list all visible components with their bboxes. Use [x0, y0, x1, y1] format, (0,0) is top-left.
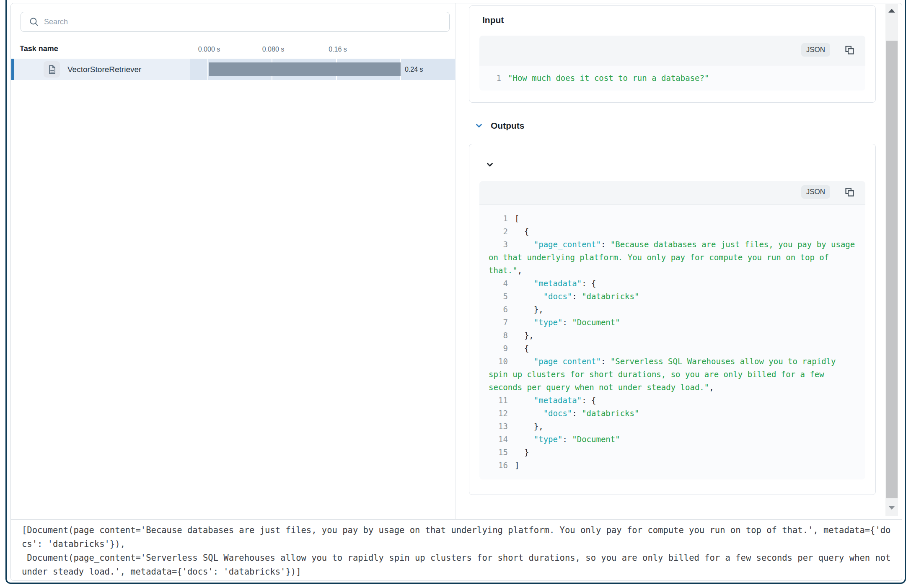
span-duration-bar: [209, 62, 401, 76]
json-format-toggle[interactable]: JSON: [801, 43, 830, 57]
copy-icon[interactable]: [844, 44, 855, 56]
scroll-down-arrow-icon[interactable]: [889, 506, 895, 510]
collapse-output-item-toggle[interactable]: [485, 160, 494, 169]
input-json-viewer: JSON 1"How much does it cost to run a da…: [479, 36, 865, 91]
input-card: Input JSON 1"How much does it cost to ru…: [469, 5, 876, 103]
trace-viewer: Task name 0.000 s 0.080 s 0.16 s 0.24 s: [10, 3, 902, 581]
task-name-column-header: Task name: [20, 44, 58, 53]
chevron-down-icon: [485, 160, 494, 169]
raw-output-text: [Document(page_content='Because database…: [22, 523, 891, 579]
document-icon: [47, 65, 57, 75]
timeline-tick-2: 0.16 s: [329, 46, 347, 53]
outputs-section-toggle[interactable]: Outputs: [474, 121, 524, 131]
scroll-up-arrow-icon[interactable]: [888, 9, 895, 13]
task-row-label: VectorStoreRetriever: [67, 59, 141, 80]
chevron-down-icon: [474, 121, 484, 130]
timeline-tick-0: 0.000 s: [198, 46, 220, 53]
json-format-toggle[interactable]: JSON: [801, 185, 830, 199]
span-detail-panel: Input JSON 1"How much does it cost to ru…: [456, 3, 902, 519]
outputs-section-title: Outputs: [491, 121, 524, 131]
retriever-icon-box: [44, 61, 60, 78]
raw-output-panel: [Document(page_content='Because database…: [11, 519, 902, 581]
outputs-json-viewer: JSON 1[2 {3 "page_content": "Because dat…: [479, 181, 865, 479]
gridline: [207, 59, 208, 80]
timeline-track: 0.24 s: [190, 59, 456, 80]
input-section-title: Input: [482, 15, 504, 25]
search-icon: [29, 17, 39, 27]
task-row-vectorstoreretriever[interactable]: 0.24 s VectorStoreRetriever: [11, 59, 456, 80]
span-duration-label: 0.24 s: [405, 59, 423, 80]
task-tree-panel: Task name 0.000 s 0.080 s 0.16 s 0.24 s: [11, 3, 456, 519]
search-box[interactable]: [21, 12, 450, 32]
search-input[interactable]: [44, 12, 449, 31]
selected-row-accent: [11, 59, 14, 80]
vertical-scrollbar[interactable]: [885, 4, 898, 516]
input-viewer-header: JSON: [479, 36, 865, 65]
timeline-tick-1: 0.080 s: [262, 46, 284, 53]
outputs-viewer-header: JSON: [479, 181, 865, 205]
outputs-code-block: 1[2 {3 "page_content": "Because database…: [479, 205, 865, 479]
copy-icon[interactable]: [844, 187, 855, 198]
outputs-card: JSON 1[2 {3 "page_content": "Because dat…: [469, 144, 876, 495]
scrollbar-thumb[interactable]: [886, 41, 898, 498]
input-code-block: 1"How much does it cost to run a databas…: [479, 65, 865, 91]
